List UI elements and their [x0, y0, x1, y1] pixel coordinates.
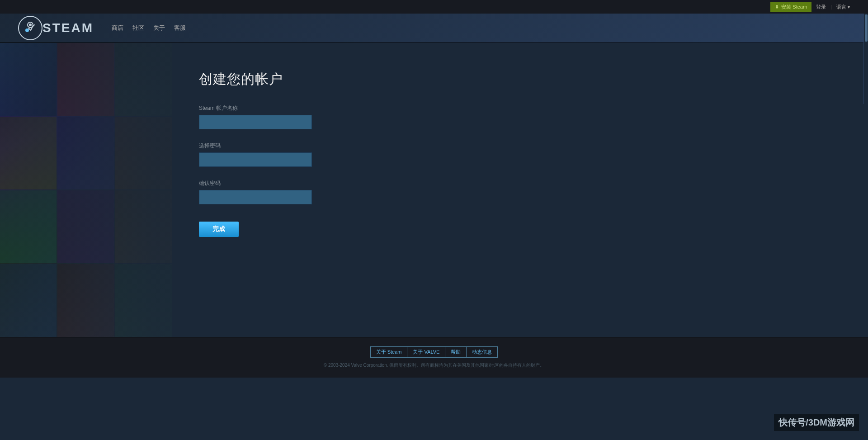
confirm-password-label: 确认密码 [199, 180, 425, 187]
language-selector[interactable]: 语言 [836, 4, 850, 10]
page-title: 创建您的帐户 [199, 70, 425, 89]
nav-support[interactable]: 客服 [174, 24, 186, 32]
steam-logo-text: STEAM [42, 21, 94, 35]
footer-copyright: © 2003-2024 Valve Corporation. 保留所有权利。所有… [324, 362, 544, 369]
confirm-password-input[interactable] [199, 190, 312, 204]
svg-point-1 [25, 28, 29, 32]
svg-point-3 [29, 24, 32, 26]
bg-collage [0, 43, 172, 337]
topbar-divider: | [830, 4, 832, 9]
footer-link-about-steam[interactable]: 关于 Steam [370, 346, 407, 358]
install-steam-label: 安装 Steam [781, 4, 807, 10]
bg-gradient-overlay [0, 43, 172, 337]
footer-links: 关于 Steam 关于 VALVE 帮助 动态信息 [370, 346, 498, 358]
download-icon: ⬇ [775, 4, 779, 10]
form-container: 创建您的帐户 Steam 帐户名称 选择密码 确认密码 完成 [199, 43, 425, 337]
steam-logo-icon [18, 16, 42, 40]
scrollbar[interactable] [863, 14, 868, 104]
header: STEAM 商店 社区 关于 客服 [0, 14, 868, 43]
footer: 关于 Steam 关于 VALVE 帮助 动态信息 © 2003-2024 Va… [0, 337, 868, 378]
footer-link-help[interactable]: 帮助 [445, 346, 466, 358]
password-label: 选择密码 [199, 142, 425, 150]
nav-store[interactable]: 商店 [112, 24, 123, 32]
login-link[interactable]: 登录 [816, 4, 826, 10]
confirm-password-group: 确认密码 [199, 180, 425, 204]
install-steam-button[interactable]: ⬇ 安装 Steam [770, 2, 811, 12]
main-content: 创建您的帐户 Steam 帐户名称 选择密码 确认密码 完成 [0, 43, 868, 337]
username-group: Steam 帐户名称 [199, 104, 425, 129]
topbar: ⬇ 安装 Steam 登录 | 语言 [0, 0, 868, 14]
main-nav: 商店 社区 关于 客服 [112, 24, 186, 32]
password-group: 选择密码 [199, 142, 425, 167]
scroll-thumb[interactable] [865, 14, 868, 42]
password-input[interactable] [199, 152, 312, 167]
watermark: 快传号/3DM游戏网 [774, 414, 859, 431]
footer-link-news[interactable]: 动态信息 [466, 346, 498, 358]
submit-button[interactable]: 完成 [199, 222, 239, 237]
nav-about[interactable]: 关于 [153, 24, 165, 32]
username-input[interactable] [199, 115, 312, 129]
footer-link-about-valve[interactable]: 关于 VALVE [407, 346, 445, 358]
username-label: Steam 帐户名称 [199, 104, 425, 112]
nav-community[interactable]: 社区 [132, 24, 144, 32]
logo-area[interactable]: STEAM [18, 16, 94, 40]
